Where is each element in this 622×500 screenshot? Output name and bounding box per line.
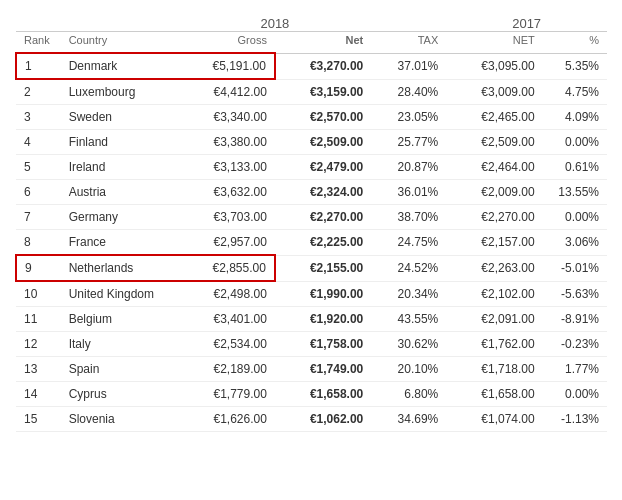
rank-cell: 15: [16, 407, 61, 432]
tax-cell: 23.05%: [371, 105, 446, 130]
tax-col-header: TAX: [371, 32, 446, 54]
net-cell: €1,658.00: [275, 382, 371, 407]
pct-cell: 13.55%: [543, 180, 607, 205]
table-row: 11Belgium€3,401.00€1,920.0043.55%€2,091.…: [16, 307, 607, 332]
tax-cell: 36.01%: [371, 180, 446, 205]
country-cell: Slovenia: [61, 407, 179, 432]
pct-cell: 0.61%: [543, 155, 607, 180]
pct-cell: -1.13%: [543, 407, 607, 432]
column-header-row: Rank Country Gross Net TAX NET %: [16, 32, 607, 54]
net-cell: €1,749.00: [275, 357, 371, 382]
country-cell: Ireland: [61, 155, 179, 180]
rank-cell: 3: [16, 105, 61, 130]
rank-cell: 1: [16, 53, 61, 79]
net-cell: €2,324.00: [275, 180, 371, 205]
tax-cell: 43.55%: [371, 307, 446, 332]
year-2017-header: 2017: [446, 10, 607, 32]
table-row: 5Ireland€3,133.00€2,479.0020.87%€2,464.0…: [16, 155, 607, 180]
data-table: 2018 2017 Rank Country Gross Net TAX NET…: [15, 10, 607, 432]
net2017-cell: €1,658.00: [446, 382, 542, 407]
table-row: 2Luxembourg€4,412.00€3,159.0028.40%€3,00…: [16, 79, 607, 105]
year-header-row: 2018 2017: [16, 10, 607, 32]
net2017-cell: €2,270.00: [446, 205, 542, 230]
tax-cell: 20.10%: [371, 357, 446, 382]
country-cell: Finland: [61, 130, 179, 155]
country-cell: Luxembourg: [61, 79, 179, 105]
tax-cell: 24.52%: [371, 255, 446, 281]
net2017-cell: €2,464.00: [446, 155, 542, 180]
tax-cell: 34.69%: [371, 407, 446, 432]
gross-cell: €2,189.00: [178, 357, 274, 382]
table-row: 9Netherlands€2,855.00€2,155.0024.52%€2,2…: [16, 255, 607, 281]
rank-cell: 4: [16, 130, 61, 155]
pct-cell: -5.63%: [543, 281, 607, 307]
tax-cell: 38.70%: [371, 205, 446, 230]
gross-cell: €3,401.00: [178, 307, 274, 332]
country-cell: Cyprus: [61, 382, 179, 407]
pct-cell: -8.91%: [543, 307, 607, 332]
country-cell: Italy: [61, 332, 179, 357]
rank-cell: 6: [16, 180, 61, 205]
pct-cell: 5.35%: [543, 53, 607, 79]
net-cell: €1,758.00: [275, 332, 371, 357]
gross-cell: €3,632.00: [178, 180, 274, 205]
tax-cell: 20.34%: [371, 281, 446, 307]
pct-cell: 4.75%: [543, 79, 607, 105]
net2017-cell: €1,762.00: [446, 332, 542, 357]
tax-cell: 28.40%: [371, 79, 446, 105]
country-cell: Sweden: [61, 105, 179, 130]
net2017-cell: €1,074.00: [446, 407, 542, 432]
table-row: 15Slovenia€1,626.00€1,062.0034.69%€1,074…: [16, 407, 607, 432]
gross-cell: €2,855.00: [178, 255, 274, 281]
pct-cell: 0.00%: [543, 205, 607, 230]
gross-cell: €3,380.00: [178, 130, 274, 155]
pct-cell: -5.01%: [543, 255, 607, 281]
table-row: 6Austria€3,632.00€2,324.0036.01%€2,009.0…: [16, 180, 607, 205]
pct-cell: -0.23%: [543, 332, 607, 357]
net2017-cell: €2,009.00: [446, 180, 542, 205]
country-col-header: Country: [61, 32, 179, 54]
net-cell: €1,920.00: [275, 307, 371, 332]
gross-cell: €1,626.00: [178, 407, 274, 432]
pct-col-header: %: [543, 32, 607, 54]
rank-cell: 13: [16, 357, 61, 382]
gross-cell: €1,779.00: [178, 382, 274, 407]
net-cell: €2,155.00: [275, 255, 371, 281]
country-cell: Spain: [61, 357, 179, 382]
table-row: 8France€2,957.00€2,225.0024.75%€2,157.00…: [16, 230, 607, 256]
net2017-cell: €2,509.00: [446, 130, 542, 155]
table-row: 10United Kingdom€2,498.00€1,990.0020.34%…: [16, 281, 607, 307]
year-2018-header: 2018: [178, 10, 371, 32]
net2017-cell: €3,009.00: [446, 79, 542, 105]
gross-cell: €5,191.00: [178, 53, 274, 79]
spacer-header: [371, 10, 446, 32]
tax-cell: 24.75%: [371, 230, 446, 256]
table-row: 12Italy€2,534.00€1,758.0030.62%€1,762.00…: [16, 332, 607, 357]
tax-cell: 6.80%: [371, 382, 446, 407]
gross-cell: €3,703.00: [178, 205, 274, 230]
gross-col-header: Gross: [178, 32, 274, 54]
rank-year-header: [16, 10, 61, 32]
tax-cell: 30.62%: [371, 332, 446, 357]
net-cell: €1,062.00: [275, 407, 371, 432]
rank-col-header: Rank: [16, 32, 61, 54]
rank-cell: 14: [16, 382, 61, 407]
gross-cell: €3,133.00: [178, 155, 274, 180]
table-body: 1Denmark€5,191.00€3,270.0037.01%€3,095.0…: [16, 53, 607, 432]
net-cell: €2,570.00: [275, 105, 371, 130]
table-row: 4Finland€3,380.00€2,509.0025.77%€2,509.0…: [16, 130, 607, 155]
net2017-cell: €2,157.00: [446, 230, 542, 256]
gross-cell: €2,498.00: [178, 281, 274, 307]
tax-cell: 20.87%: [371, 155, 446, 180]
gross-cell: €2,534.00: [178, 332, 274, 357]
country-year-header: [61, 10, 179, 32]
net-cell: €1,990.00: [275, 281, 371, 307]
pct-cell: 3.06%: [543, 230, 607, 256]
table-row: 13Spain€2,189.00€1,749.0020.10%€1,718.00…: [16, 357, 607, 382]
country-cell: Denmark: [61, 53, 179, 79]
country-cell: France: [61, 230, 179, 256]
tax-cell: 37.01%: [371, 53, 446, 79]
table-row: 7Germany€3,703.00€2,270.0038.70%€2,270.0…: [16, 205, 607, 230]
net2017-cell: €2,102.00: [446, 281, 542, 307]
net2017-cell: €1,718.00: [446, 357, 542, 382]
